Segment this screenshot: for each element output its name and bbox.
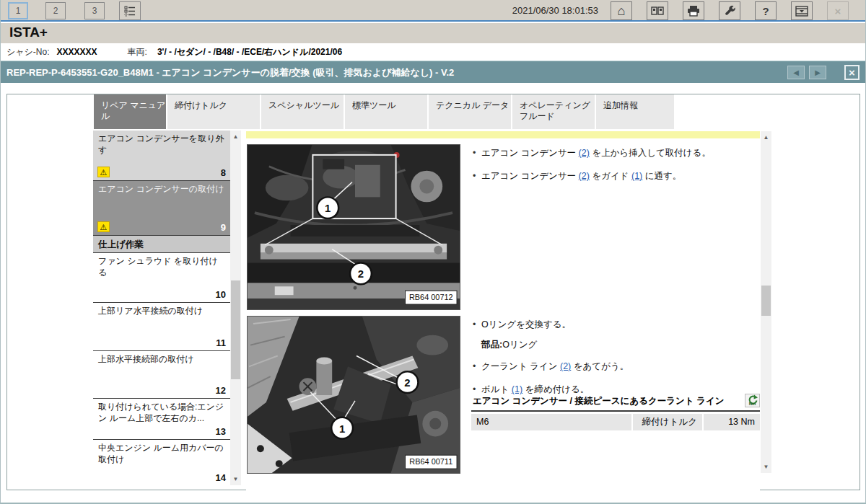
ista-application-window: 1 2 3 2021/06/30 18:01:53 ⌂ — [0, 0, 866, 504]
app-title: ISTA+ — [9, 25, 48, 40]
tab-additional-info[interactable]: 追加情報 — [596, 94, 674, 129]
torque-bolt-cell: M6 — [471, 414, 631, 430]
step-number: 14 — [216, 472, 226, 484]
part-value: Oリング — [502, 340, 537, 350]
scroll-up-arrow[interactable]: ▲ — [230, 131, 241, 142]
warning-icon: ⚠ — [97, 167, 110, 177]
document-title-bar: REP-REP-P-6453551-G20_B48M1 - エアコン コンデンサ… — [1, 61, 866, 83]
service-functions-button[interactable] — [719, 1, 740, 20]
tab-technical-data[interactable]: テクニカル データ — [429, 94, 511, 129]
torque-property-cell: 締付けトルク — [633, 414, 702, 430]
minimize-window-button[interactable] — [791, 1, 813, 20]
chassis-number-value: XXXXXXX — [57, 47, 97, 57]
session-list-button[interactable] — [119, 1, 141, 20]
figure1-callout-1: 1 — [317, 197, 338, 218]
top-toolbar: 1 2 3 2021/06/30 18:01:53 ⌂ — [1, 0, 866, 22]
scroll-down-arrow[interactable]: ▼ — [230, 474, 241, 485]
instruction-text: をあてがう。 — [571, 361, 629, 371]
step-item-install-fan-shroud[interactable]: ファン シュラウド を取り付ける 10 — [93, 253, 230, 303]
figure1-callout-2: 2 — [350, 263, 372, 285]
nav-back-button[interactable]: ◀ — [787, 66, 805, 79]
torque-table: エアコン コンデンサー / 接続ピースにあるクーラント ライン Nm M6 締付… — [471, 394, 760, 430]
torque-table-title-text: エアコン コンデンサー / 接続ピースにあるクーラント ライン — [473, 396, 725, 406]
session-tab-3[interactable]: 3 — [84, 2, 105, 19]
step-item-remove-condenser[interactable]: エアコン コンデンサーを取り外す ⚠ 8 — [93, 131, 230, 181]
step-number: 10 — [216, 289, 226, 301]
home-button[interactable]: ⌂ — [611, 1, 632, 20]
step-item-upper-rear-horizontal-connection[interactable]: 上部リア水平接続の取付け 11 — [93, 303, 230, 351]
step-number: 8 — [221, 167, 226, 179]
wrench-icon — [724, 5, 736, 17]
callout-link-1[interactable]: (1) — [631, 171, 642, 181]
step-item-upper-horizontal-connection[interactable]: 上部水平接続部の取付け 12 — [93, 351, 230, 399]
step-item-if-installed-covers[interactable]: 取り付けられている場合:エンジン ルーム上部で左右のカ... 13 — [93, 399, 230, 440]
document-title: REP-REP-P-6453551-G20_B48M1 - エアコン コンデンサ… — [6, 61, 454, 84]
step-label: エアコン コンデンサーの取付け — [98, 184, 224, 194]
workshop-button[interactable] — [647, 1, 668, 20]
instruction-text: Oリングを交換する。 — [481, 319, 571, 330]
tab-operating-fluids[interactable]: オペレーティング フルード — [512, 94, 595, 129]
step-number: 13 — [216, 426, 226, 438]
nav-forward-button[interactable]: ▶ — [809, 66, 826, 79]
print-button[interactable] — [683, 1, 704, 20]
document-tab-bar: リペア マニュアル 締付けトルク スペシャルツール 標準ツール テクニカル デー… — [94, 94, 674, 129]
callout-link-2[interactable]: (2) — [560, 361, 571, 371]
app-title-bar: ISTA+ ⚙ ✉ A — [1, 23, 866, 43]
instruction-text: エアコン コンデンサー — [481, 171, 579, 181]
instruction-text: をガイド — [590, 171, 631, 181]
svg-text:2: 2 — [404, 377, 410, 389]
tab-special-tools[interactable]: スペシャルツール — [261, 94, 344, 129]
tab-repair-manual[interactable]: リペア マニュアル — [94, 94, 166, 129]
step-number: 9 — [221, 222, 226, 234]
svg-text:RB64 00711: RB64 00711 — [409, 457, 452, 466]
arrow-left-icon: ◀ — [793, 68, 799, 76]
close-session-button-disabled: × — [827, 1, 849, 20]
figure-engine-bay-condenser: 1 2 RB64 00712 — [247, 144, 460, 310]
figure-coolant-line-detail: 2 1 RB64 00711 — [247, 316, 460, 474]
part-line: 部品:Oリング — [471, 339, 760, 351]
torque-value-cell: 13 Nm — [704, 414, 760, 430]
scrollbar-thumb[interactable] — [231, 280, 240, 379]
step-item-center-engine-cover[interactable]: 中央エンジン ルーム用カバーの取付け 14 — [93, 440, 230, 485]
chassis-number-label: シャシ-No: — [6, 46, 50, 58]
session-tab-1[interactable]: 1 — [8, 2, 28, 19]
step-list-scrollbar[interactable]: ▲ ▼ — [230, 131, 241, 485]
instruction-text: エアコン コンデンサー — [481, 148, 579, 158]
help-icon: ? — [762, 5, 769, 17]
figure2-callout-2: 2 — [397, 371, 419, 393]
instruction-text: ボルト — [481, 384, 512, 394]
close-icon: × — [835, 5, 841, 17]
scroll-up-arrow[interactable]: ▲ — [761, 132, 771, 143]
tab-standard-tools[interactable]: 標準ツール — [345, 94, 427, 129]
instruction-bullet: Oリングを交換する。 — [471, 319, 760, 331]
callout-link-2[interactable]: (2) — [579, 171, 590, 181]
highlight-bar — [246, 131, 760, 138]
step-list: エアコン コンデンサーを取り外す ⚠ 8 エアコン コンデンサーの取付け ⚠ 9… — [93, 131, 230, 485]
instruction-text: を締め付ける。 — [522, 384, 589, 394]
step-section-header-finishing-work: 仕上げ作業 — [93, 236, 230, 253]
close-icon: × — [849, 66, 855, 79]
content-scrollbar[interactable]: ▲ ▼ — [761, 131, 771, 473]
document-close-button[interactable]: × — [844, 65, 860, 80]
step-label: 上部リア水平接続の取付け — [98, 306, 203, 316]
figure1-label-box: RB64 00712 — [406, 291, 458, 304]
callout-link-1[interactable]: (1) — [512, 384, 522, 394]
svg-text:2: 2 — [358, 268, 364, 280]
tab-tightening-torque[interactable]: 締付けトルク — [167, 94, 260, 129]
step-label: エアコン コンデンサーを取り外す — [98, 133, 224, 155]
callout-link-2[interactable]: (2) — [579, 148, 590, 158]
scrollbar-thumb[interactable] — [761, 286, 771, 316]
warning-icon: ⚠ — [97, 221, 110, 232]
vehicle-value: 3'/ - /セダン/ - /B48/ - /ECE/右ハンドル/2021/06 — [157, 46, 342, 58]
repair-instruction-panel: リペア マニュアル 締付けトルク スペシャルツール 標準ツール テクニカル デー… — [6, 94, 860, 490]
figure2-label-box: RB64 00711 — [406, 455, 458, 469]
scroll-down-arrow[interactable]: ▼ — [761, 461, 771, 472]
help-button[interactable]: ? — [755, 1, 777, 20]
part-label: 部品: — [481, 340, 502, 350]
session-tab-2[interactable]: 2 — [45, 2, 66, 19]
step-item-install-condenser-selected[interactable]: エアコン コンデンサーの取付け ⚠ 9 — [93, 181, 230, 236]
instruction-bullet: エアコン コンデンサー (2) をガイド (1) に通す。 — [471, 170, 757, 182]
cards-icon — [651, 6, 664, 16]
svg-text:RB64 00712: RB64 00712 — [409, 293, 453, 301]
install-instructions: エアコン コンデンサー (2) を上から挿入して取付ける。 エアコン コンデンサ… — [471, 147, 757, 193]
